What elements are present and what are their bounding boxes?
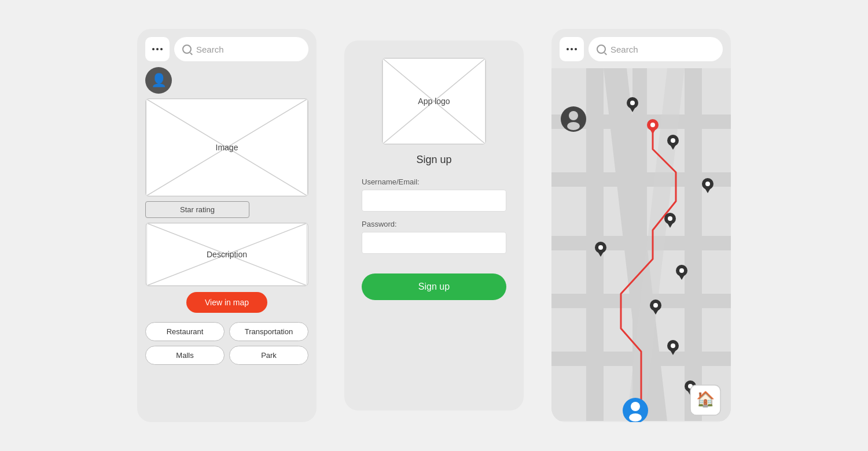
- svg-point-46: [671, 343, 675, 348]
- sign-up-button[interactable]: Sign up: [362, 273, 506, 300]
- sign-up-title: Sign up: [416, 154, 451, 166]
- search-placeholder-3: Search: [610, 45, 638, 54]
- avatar-row: 👤: [137, 67, 317, 98]
- category-park[interactable]: Park: [229, 346, 308, 365]
- search-bar-1[interactable]: Search: [174, 37, 308, 61]
- app-logo-label: App logo: [418, 97, 450, 106]
- svg-point-28: [671, 138, 675, 143]
- svg-point-40: [679, 268, 684, 273]
- username-group: Username/Email:: [362, 178, 506, 212]
- avatar[interactable]: 👤: [145, 67, 172, 94]
- search-icon: [182, 45, 192, 54]
- description-image-placeholder: Description: [145, 223, 308, 286]
- screen1-header: Search: [137, 29, 317, 67]
- screen1-content: Image Star rating Description View in m: [137, 98, 317, 322]
- password-label: Password:: [362, 220, 506, 228]
- dots-icon: [152, 48, 163, 50]
- svg-point-37: [598, 245, 603, 250]
- svg-point-25: [630, 101, 635, 105]
- image-label: Image: [216, 143, 238, 152]
- app-logo-placeholder: App logo: [382, 58, 486, 145]
- svg-point-43: [653, 303, 658, 308]
- map-area: 🏠: [551, 67, 731, 422]
- description-label: Description: [207, 250, 247, 259]
- svg-point-22: [650, 123, 655, 127]
- screen3-frame: Search: [551, 29, 731, 422]
- password-input[interactable]: [362, 232, 506, 254]
- svg-point-53: [567, 122, 580, 130]
- star-rating-box: Star rating: [145, 201, 249, 218]
- svg-point-51: [629, 413, 642, 422]
- category-malls[interactable]: Malls: [145, 346, 225, 365]
- map-svg: 🏠: [551, 67, 731, 422]
- home-icon: 🏠: [696, 390, 715, 408]
- screen3-header: Search: [551, 29, 731, 67]
- category-transportation[interactable]: Transportation: [229, 322, 308, 341]
- svg-point-50: [631, 402, 640, 411]
- svg-point-34: [668, 216, 672, 221]
- search-placeholder-1: Search: [196, 45, 224, 54]
- screens-container: Search 👤 Image: [0, 29, 868, 422]
- svg-point-52: [569, 111, 578, 120]
- main-image-placeholder: Image: [145, 98, 308, 197]
- search-bar-3[interactable]: Search: [589, 37, 723, 61]
- menu-dots-button-3[interactable]: [560, 37, 584, 61]
- username-label: Username/Email:: [362, 178, 506, 186]
- username-input[interactable]: [362, 190, 506, 212]
- screen2-content: App logo Sign up Username/Email: Passwor…: [344, 40, 524, 312]
- category-grid: Restaurant Transportation Malls Park: [137, 322, 317, 374]
- svg-point-31: [705, 182, 710, 186]
- dots-icon-3: [567, 48, 577, 50]
- screen1-frame: Search 👤 Image: [137, 29, 317, 422]
- category-restaurant[interactable]: Restaurant: [145, 322, 225, 341]
- star-rating-label: Star rating: [180, 205, 215, 214]
- view-map-button[interactable]: View in map: [186, 292, 267, 313]
- person-icon: 👤: [151, 73, 167, 88]
- search-icon-3: [597, 45, 606, 54]
- screen2-frame: App logo Sign up Username/Email: Passwor…: [344, 40, 524, 411]
- menu-dots-button[interactable]: [145, 37, 170, 61]
- password-group: Password:: [362, 220, 506, 254]
